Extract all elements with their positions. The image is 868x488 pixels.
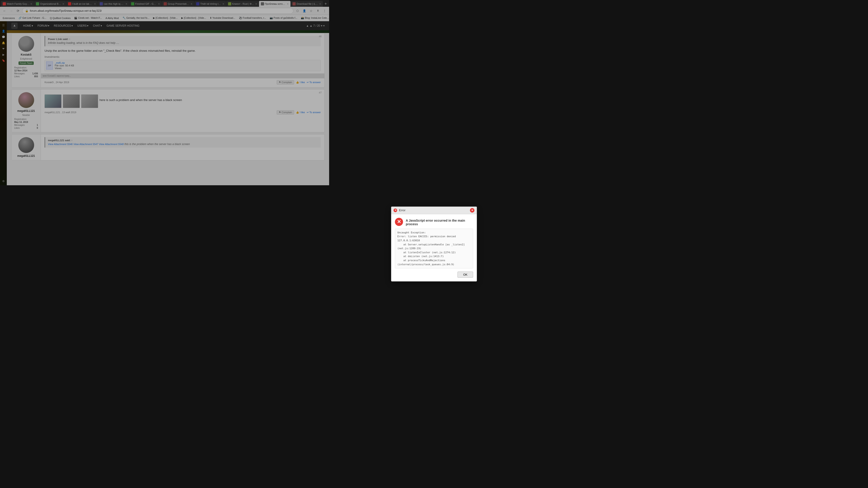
dialog-overlay: ✕ Error ✕ ✕ A JavaScript error occurred …: [0, 0, 329, 185]
